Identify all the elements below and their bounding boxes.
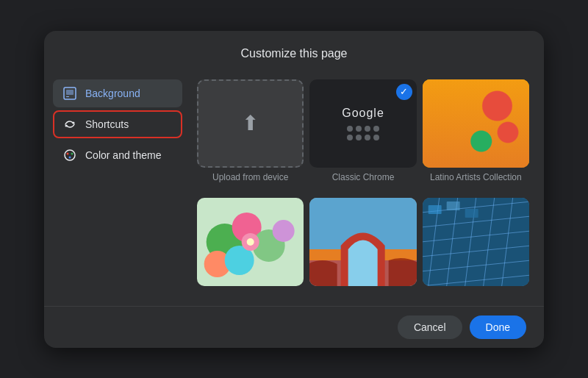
cc-dot	[365, 135, 370, 140]
svg-point-6	[67, 152, 69, 154]
svg-point-10	[490, 83, 527, 120]
upload-box[interactable]: ⬆	[197, 79, 304, 168]
svg-point-8	[69, 156, 71, 158]
cc-dot	[356, 135, 362, 140]
svg-rect-13	[512, 124, 523, 135]
latino-artists-box[interactable]	[423, 79, 529, 168]
cc-dots-grid	[347, 126, 379, 140]
svg-rect-2	[66, 96, 69, 97]
sidebar-item-color-theme[interactable]: Color and theme	[53, 141, 182, 169]
sidebar-background-label: Background	[85, 88, 140, 99]
dialog-title: Customize this page	[241, 47, 348, 60]
thumbnails-grid: ⬆ Upload from device Google	[197, 79, 532, 300]
upload-icon: ⬆	[242, 111, 259, 135]
cc-dot	[365, 126, 370, 132]
svg-rect-12	[498, 124, 509, 135]
svg-point-3	[73, 121, 75, 124]
sidebar-color-theme-label: Color and theme	[85, 149, 162, 161]
svg-point-20	[440, 108, 446, 114]
latino-artists-thumbnail[interactable]: Latino Artists Collection	[423, 79, 529, 192]
content-area: ⬆ Upload from device Google	[191, 74, 544, 306]
sidebar: Background Shortcuts	[44, 74, 191, 306]
cc-dot	[373, 126, 379, 132]
sidebar-item-shortcuts[interactable]: Shortcuts	[53, 110, 182, 138]
shortcuts-icon	[63, 118, 76, 131]
svg-rect-50	[428, 205, 441, 214]
svg-point-17	[447, 110, 462, 125]
svg-rect-16	[442, 116, 445, 138]
color-theme-icon	[63, 149, 76, 162]
sidebar-item-background[interactable]: Background	[53, 79, 182, 107]
google-text: Google	[342, 107, 384, 120]
svg-point-29	[273, 220, 295, 242]
svg-point-5	[65, 150, 75, 160]
latino-artists-label: Latino Artists Collection	[430, 172, 522, 182]
svg-point-7	[71, 152, 74, 154]
background-icon	[63, 87, 76, 100]
svg-rect-14	[503, 142, 512, 157]
building-box[interactable]	[423, 198, 529, 286]
cc-dot	[356, 126, 362, 132]
svg-point-32	[247, 238, 254, 246]
floral-thumbnail[interactable]	[197, 198, 304, 300]
selected-badge: ✓	[396, 84, 412, 100]
svg-rect-15	[453, 124, 456, 153]
cc-dot	[347, 126, 353, 132]
cancel-button[interactable]: Cancel	[398, 315, 462, 339]
classic-chrome-thumbnail[interactable]: Google ✓ Classic Chro	[309, 79, 416, 192]
dialog-footer: Cancel Done	[44, 306, 544, 348]
cc-dot	[347, 135, 353, 140]
building-thumbnail[interactable]	[423, 198, 529, 300]
arch-thumbnail[interactable]	[309, 198, 416, 300]
svg-rect-11	[494, 120, 527, 168]
svg-point-21	[442, 125, 455, 136]
dialog-header: Customize this page	[44, 31, 544, 68]
svg-point-22	[454, 129, 467, 139]
svg-point-18	[451, 114, 458, 121]
cc-dot	[373, 135, 379, 140]
svg-rect-23	[423, 149, 529, 168]
svg-rect-9	[423, 79, 529, 168]
svg-rect-51	[446, 202, 459, 210]
upload-label: Upload from device	[212, 172, 288, 182]
customize-dialog: Customize this page Background	[44, 31, 544, 348]
sidebar-shortcuts-label: Shortcuts	[85, 118, 129, 130]
floral-box[interactable]	[197, 198, 304, 286]
classic-chrome-label: Classic Chrome	[332, 172, 395, 182]
svg-point-4	[65, 124, 68, 126]
dialog-body: Background Shortcuts	[44, 68, 544, 306]
done-button[interactable]: Done	[470, 315, 526, 339]
svg-rect-52	[465, 209, 478, 218]
svg-point-19	[437, 105, 449, 117]
arch-box[interactable]	[309, 198, 416, 286]
upload-thumbnail[interactable]: ⬆ Upload from device	[197, 79, 304, 192]
svg-rect-1	[66, 90, 74, 95]
classic-chrome-box[interactable]: Google ✓	[309, 79, 416, 168]
